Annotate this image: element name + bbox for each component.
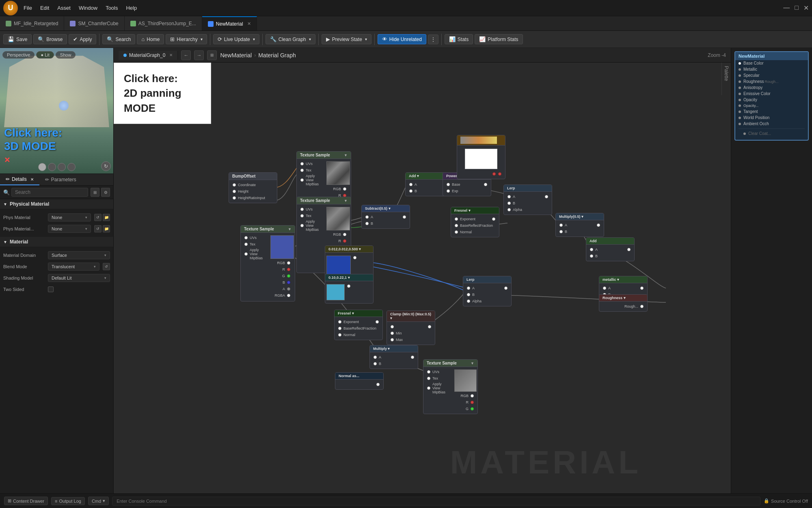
roughness-header: Roughness ▾ bbox=[599, 295, 647, 302]
phys-material-dropdown-2[interactable]: None ▾ bbox=[48, 225, 91, 233]
menu-edit[interactable]: Edit bbox=[40, 5, 49, 11]
maximize-button[interactable]: □ bbox=[795, 4, 799, 12]
physical-material-section-header[interactable]: ▼ Physical Material bbox=[0, 199, 113, 209]
reset-button-2[interactable]: ↺ bbox=[94, 225, 102, 232]
minimize-button[interactable]: — bbox=[783, 4, 790, 12]
bump-offset-node[interactable]: BumpOffset Coordinate Height HeightRatio… bbox=[229, 172, 277, 203]
menu-asset[interactable]: Asset bbox=[57, 5, 71, 11]
close-button[interactable]: ✕ bbox=[803, 4, 809, 12]
nm-dot-world-position bbox=[739, 117, 741, 119]
shading-model-row: Shading Model Default Lit ▾ bbox=[0, 272, 113, 284]
menu-tools[interactable]: Tools bbox=[106, 5, 118, 11]
graph-tab-close-icon[interactable]: ✕ bbox=[169, 53, 173, 57]
viewport[interactable]: Perspective ● Lit Show Click here: 3D MO… bbox=[0, 48, 113, 174]
viewport-click-3d[interactable]: Click here: 3D MODE bbox=[4, 126, 62, 153]
live-update-button[interactable]: ⟳ Live Update bbox=[213, 34, 259, 44]
ts4-pin-g bbox=[471, 407, 474, 410]
parameters-tab[interactable]: ✏ Parameters bbox=[39, 174, 82, 185]
reset-button-1[interactable]: ↺ bbox=[94, 214, 102, 221]
output-log-button[interactable]: ≡ Output Log bbox=[51, 497, 85, 505]
graph-tab[interactable]: MaterialGraph_0 ✕ bbox=[119, 51, 178, 60]
settings-button[interactable]: ⚙ bbox=[101, 188, 110, 197]
preview-state-button[interactable]: ▶ Preview State bbox=[322, 34, 371, 44]
phys-material-dropdown-1[interactable]: None ▾ bbox=[48, 213, 91, 221]
phys-material-icons-1: ↺ 📁 bbox=[94, 214, 110, 221]
subtract-node[interactable]: Subtract(0.5) ▾ A B bbox=[361, 205, 410, 229]
home-button[interactable]: ⌂ Home bbox=[137, 34, 164, 44]
tab-newmaterial[interactable]: NewMaterial ✕ bbox=[202, 16, 257, 30]
platform-stats-icon: 📈 bbox=[479, 36, 486, 42]
lerp-2-node[interactable]: Lerp A B Alpha bbox=[463, 276, 512, 306]
texture-sample-4-node[interactable]: Texture Sample ▼ UVs Tex Apply View MipB… bbox=[423, 359, 478, 414]
add-node-2[interactable]: Add A B bbox=[586, 237, 635, 261]
platform-stats-button[interactable]: 📈 Platform Stats bbox=[475, 34, 523, 44]
breadcrumb-newmaterial[interactable]: NewMaterial bbox=[220, 52, 252, 59]
texture-sample-3-node[interactable]: Texture Sample ▼ UVs Tex Apply View MipB… bbox=[240, 225, 295, 302]
breadcrumb-material-graph[interactable]: Material Graph bbox=[258, 52, 296, 59]
console-input[interactable] bbox=[112, 497, 760, 506]
tab-sm-chamfer[interactable]: SM_ChamferCube bbox=[64, 16, 124, 30]
content-drawer-button[interactable]: ⊞ Content Drawer bbox=[4, 497, 48, 505]
fresnel-node[interactable]: Fresnel ▾ Exponent BaseReflectFraction N… bbox=[451, 207, 499, 237]
vp-ctrl-1[interactable] bbox=[38, 163, 46, 171]
hierarchy-button[interactable]: ⊞ Hierarchy bbox=[166, 34, 207, 44]
apply-button[interactable]: ✔ Apply bbox=[69, 34, 96, 44]
title-bar: U File Edit Asset Window Tools Help — □ … bbox=[0, 0, 812, 16]
more-options-button[interactable]: ⋮ bbox=[428, 35, 438, 44]
menu-help[interactable]: Help bbox=[126, 5, 137, 11]
details-tab-close[interactable]: ✕ bbox=[30, 177, 34, 182]
grid-view-button[interactable]: ⊞ bbox=[91, 188, 99, 197]
shading-model-dropdown[interactable]: Default Lit ▾ bbox=[48, 274, 110, 282]
newmaterial-node[interactable]: NewMaterial Base Color Metallic Specular… bbox=[734, 51, 809, 141]
nav-grid-button[interactable]: ⊞ bbox=[207, 50, 217, 60]
tab-as-third[interactable]: AS_ThirdPersonJump_E... bbox=[125, 16, 202, 30]
lit-button[interactable]: ● Lit bbox=[36, 51, 54, 59]
content-drawer-icon: ⊞ bbox=[8, 498, 11, 504]
browse-asset-button-1[interactable]: 📁 bbox=[103, 214, 110, 221]
overlay-panel[interactable]: Click here:2D panningMODE bbox=[114, 63, 211, 124]
vp-ctrl-4[interactable] bbox=[67, 163, 76, 171]
lerp-1-node[interactable]: Lerp A B Alpha bbox=[503, 185, 552, 215]
menu-file[interactable]: File bbox=[24, 5, 32, 11]
source-control: 🔒 Source Control Off bbox=[764, 498, 808, 504]
multiply-1-node[interactable]: Multiply(0.5) ▾ A B bbox=[555, 213, 604, 237]
vp-ctrl-3[interactable] bbox=[58, 163, 66, 171]
toolbar-sep-5 bbox=[374, 34, 375, 45]
nav-forward-button[interactable]: → bbox=[194, 50, 204, 60]
hide-unrelated-button[interactable]: 👁 Hide Unrelated bbox=[378, 34, 426, 44]
clamp-node[interactable]: Clamp (Min:0) (Max:0.5) ▾ Min Max bbox=[387, 310, 435, 345]
save-button[interactable]: 💾 Save bbox=[3, 34, 32, 44]
tab-mf-idle[interactable]: MF_Idle_Retargeted bbox=[0, 16, 64, 30]
viewport-rotate-button[interactable]: ↻ bbox=[101, 161, 111, 171]
cmd-arrow-icon: ▾ bbox=[103, 498, 105, 504]
browse-button[interactable]: 🔍 Browse bbox=[33, 34, 67, 44]
perspective-button[interactable]: Perspective bbox=[2, 51, 35, 59]
search-button[interactable]: 🔍 Search bbox=[102, 34, 135, 44]
clean-graph-button[interactable]: 🔧 Clean Graph bbox=[266, 34, 315, 44]
nav-back-button[interactable]: ← bbox=[181, 50, 191, 60]
details-tab[interactable]: ✏ Details ✕ bbox=[0, 174, 39, 185]
browse-asset-button-2[interactable]: 📁 bbox=[103, 225, 110, 232]
cmd-button[interactable]: Cmd ▾ bbox=[88, 497, 109, 505]
graph-canvas[interactable]: BumpOffset Coordinate Height HeightRatio… bbox=[114, 63, 731, 493]
stats-button[interactable]: 📊 Stats bbox=[445, 34, 473, 44]
normal-node[interactable]: Normal as... bbox=[335, 372, 384, 390]
show-button[interactable]: Show bbox=[56, 51, 76, 59]
two-sided-checkbox[interactable] bbox=[48, 287, 54, 292]
blend-mode-reset[interactable]: ↺ bbox=[103, 263, 110, 270]
vp-ctrl-2[interactable] bbox=[48, 163, 56, 171]
sub-pin-b bbox=[365, 222, 369, 225]
roughness-node[interactable]: Roughness ▾ Rough... bbox=[599, 294, 648, 312]
nm-dot-emissive bbox=[739, 93, 741, 95]
menu-window[interactable]: Window bbox=[79, 5, 97, 11]
material-domain-dropdown[interactable]: Surface ▾ bbox=[48, 251, 110, 259]
search-input[interactable] bbox=[11, 188, 88, 197]
fresnel-2-node[interactable]: Fresnel ▾ Exponent BaseReflectFraction N… bbox=[334, 310, 383, 340]
blend-mode-dropdown[interactable]: Translucent ▾ bbox=[48, 263, 99, 271]
multiply-2-node[interactable]: Multiply ▾ A B bbox=[369, 345, 418, 369]
phys-material-value-2: None ▾ ↺ 📁 bbox=[48, 225, 110, 233]
cyan-constant-node[interactable]: 0.10,0.22,1 ▾ bbox=[325, 274, 374, 304]
material-section-header[interactable]: ▼ Material bbox=[0, 237, 113, 247]
tab-close-newmaterial[interactable]: ✕ bbox=[247, 21, 251, 26]
constant-node[interactable] bbox=[457, 135, 505, 179]
